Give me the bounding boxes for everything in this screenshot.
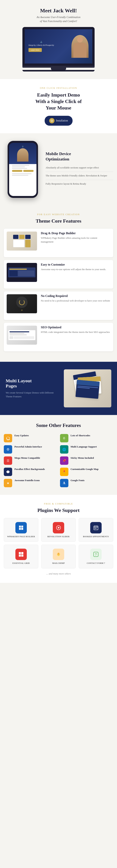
plugins-grid: WPBAKERY PAGE BUILDER REVOLUTION SLIDER xyxy=(4,518,113,568)
other-feature-googlefonts: A Google Fonts xyxy=(60,479,113,487)
easy-updates-title: Easy Updates xyxy=(14,434,29,437)
plugins-label: Free & Compatible xyxy=(4,502,113,505)
laptop-base xyxy=(23,66,94,68)
admin-text: Powerful Admin Interface xyxy=(14,445,42,449)
parallax-title: Parallax Effect Backgrounds xyxy=(14,468,45,471)
mobile-feature-3: Fully Responsive layout & Retina Ready xyxy=(46,182,113,186)
other-feature-megamenu: ☰ Mega Menu Compatible xyxy=(4,457,57,465)
multilayout-image xyxy=(64,369,111,407)
svg-rect-16 xyxy=(19,555,21,557)
installation-button[interactable]: Installation xyxy=(45,116,73,126)
svg-rect-15 xyxy=(21,552,23,554)
plugins-section: Free & Compatible Plugins We Support WPB… xyxy=(0,495,117,583)
laptop-body: ⚓ Integrity, Liberty & Prosperity Learn … xyxy=(23,27,94,66)
feature-text-customize: Easy to Customize Awesome easy-to-use op… xyxy=(41,263,106,271)
fontello-title: Awesome Fontello Icons xyxy=(14,479,40,482)
plugin-card-revolution: REVOLUTION SLIDER xyxy=(41,518,76,542)
feature-card-customize: Easy to Customize Awesome easy-to-use op… xyxy=(4,260,113,288)
svg-point-0 xyxy=(51,120,53,122)
svg-rect-13 xyxy=(96,528,96,529)
svg-point-20 xyxy=(58,554,58,554)
googlefonts-icon: A xyxy=(60,479,68,487)
features-label: For Easy Website Creation xyxy=(4,213,113,216)
phone-logo: ⚓ xyxy=(11,146,35,147)
feature-title-dragdrop: Drag & Drop Page Builder xyxy=(41,231,110,235)
feature-text-seo: SEO Optimized HTML code integrated into … xyxy=(41,326,110,334)
import-title: Easily Import Demo With a Single Click o… xyxy=(11,92,106,111)
stickymenu-text: Sticky Menu Included xyxy=(71,457,94,460)
fontello-text: Awesome Fontello Icons xyxy=(14,479,40,483)
svg-point-22 xyxy=(60,554,60,555)
phone-outer: ⚓ xyxy=(8,141,38,198)
easy-updates-text: Easy Updates xyxy=(14,434,29,438)
mailchimp-name: MAILCHIMP xyxy=(44,562,73,564)
multilang-icon: 🌐 xyxy=(60,445,68,454)
feature-title-customize: Easy to Customize xyxy=(41,263,106,266)
other-feature-shortcodes: {} Lots of Shortcodes xyxy=(60,434,113,442)
shortcodes-icon: {} xyxy=(60,434,68,442)
googlemap-icon: 📍 xyxy=(60,468,68,476)
other-feature-stickymenu: 📌 Sticky Menu Included xyxy=(60,457,113,465)
laptop-screen-btn[interactable]: Learn More xyxy=(29,48,42,52)
laptop-person-image xyxy=(71,35,88,58)
other-feature-easy-updates: Easy Updates xyxy=(4,434,57,442)
revolution-name: REVOLUTION SLIDER xyxy=(44,535,73,538)
fontello-icon: ★ xyxy=(4,479,12,487)
pages-stack xyxy=(71,373,105,404)
other-feature-fontello: ★ Awesome Fontello Icons xyxy=(4,479,57,487)
plugin-card-wpbakery: WPBAKERY PAGE BUILDER xyxy=(4,518,38,542)
features-title: Theme Core Features xyxy=(4,218,113,224)
other-features-section: Some Other Features Easy Updates {} Lots… xyxy=(0,415,117,495)
other-feature-parallax: Parallax Effect Backgrounds xyxy=(4,468,57,476)
plugin-card-booked: BOOKED APPOINTMENTS xyxy=(79,518,113,542)
essential-icon xyxy=(15,549,27,560)
phone-line xyxy=(12,166,25,167)
svg-rect-12 xyxy=(94,528,95,529)
revolution-icon xyxy=(53,522,64,533)
hero-subtitle: An Awesome User-Friendly Combination of … xyxy=(6,15,111,23)
feature-title-seo: SEO Optimized xyxy=(41,326,110,329)
svg-rect-5 xyxy=(21,528,23,530)
feature-desc-customize: Awesome easy-to-use options will adjust … xyxy=(41,268,106,271)
googlemap-text: Customizable Google Map xyxy=(71,468,99,471)
megamenu-icon: ☰ xyxy=(4,457,12,465)
phone-btn-row xyxy=(12,170,34,172)
laptop-screen-text: ⚓ Integrity, Liberty & Prosperity Learn … xyxy=(29,41,54,52)
phone-line xyxy=(12,165,29,166)
feature-item-customize: Easy to Customize Awesome easy-to-use op… xyxy=(7,263,110,282)
hero-section: Meet Jack Well! An Awesome User-Friendly… xyxy=(0,0,117,79)
feature-text-dragdrop: Drag & Drop Page Builder WPBakery Page B… xyxy=(41,231,110,244)
hero-title: Meet Jack Well! xyxy=(6,8,111,14)
feature-card-dragdrop: Drag & Drop Page Builder WPBakery Page B… xyxy=(4,229,113,257)
feature-desc-seo: HTML code integrated into the theme meet… xyxy=(41,330,110,334)
svg-rect-14 xyxy=(19,552,21,554)
feature-item-seo: SEO Optimized HTML code integrated into … xyxy=(7,326,110,345)
easy-updates-icon xyxy=(4,434,12,442)
shortcodes-title: Lots of Shortcodes xyxy=(71,434,90,437)
plugins-title: Plugins We Support xyxy=(4,507,113,513)
mailchimp-icon xyxy=(53,549,64,560)
plugin-card-cf7: 7 CONTACT FORM 7 xyxy=(79,545,113,568)
multilayout-description: We create Several Unique Demos with Diff… xyxy=(6,391,60,399)
theme-features-section: For Easy Website Creation Theme Core Fea… xyxy=(0,206,117,362)
page-card-3 xyxy=(75,380,100,399)
parallax-text: Parallax Effect Backgrounds xyxy=(14,468,45,471)
other-feature-multilang: 🌐 Multi Language Support xyxy=(60,445,113,454)
svg-point-21 xyxy=(59,554,60,554)
laptop-screen: ⚓ Integrity, Liberty & Prosperity Learn … xyxy=(25,29,92,63)
feature-image-seo xyxy=(7,326,37,345)
laptop-screen-content: ⚓ Integrity, Liberty & Prosperity Learn … xyxy=(25,29,92,63)
svg-text:7: 7 xyxy=(95,553,97,556)
phone-person-image xyxy=(17,148,29,162)
booked-name: BOOKED APPOINTMENTS xyxy=(82,535,110,538)
feature-title-nocoding: No Coding Required xyxy=(41,294,110,298)
wpbakery-name: WPBAKERY PAGE BUILDER xyxy=(7,535,35,538)
phone-content-lines xyxy=(11,163,35,178)
feature-desc-nocoding: No need to be a professional web develop… xyxy=(41,299,110,303)
cf7-icon: 7 xyxy=(90,549,102,560)
laptop-bottom xyxy=(23,70,94,71)
megamenu-title: Mega Menu Compatible xyxy=(14,457,40,460)
parallax-icon xyxy=(4,468,12,476)
plugins-note: ... and many more others xyxy=(4,572,113,575)
shortcodes-text: Lots of Shortcodes xyxy=(71,434,90,438)
